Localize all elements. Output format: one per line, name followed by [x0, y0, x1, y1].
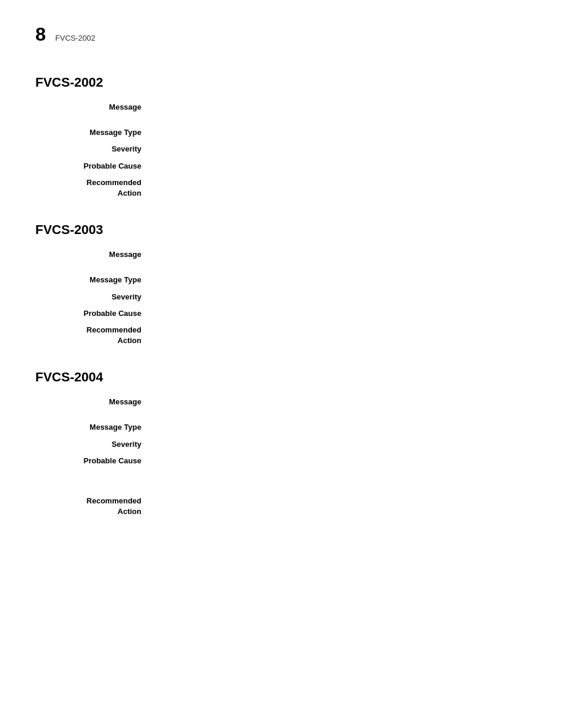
- value-probablecause-2003: [153, 308, 527, 319]
- value-recommendedaction-2003: [153, 325, 527, 346]
- field-row-recommendedaction-2004: RecommendedAction: [35, 496, 527, 517]
- value-probablecause-2002: [153, 161, 527, 172]
- field-row-recommendedaction-2003: RecommendedAction: [35, 325, 527, 346]
- label-message-2002: Message: [35, 102, 153, 113]
- value-messagetype-2002: [153, 127, 527, 138]
- label-recommendedaction-2002: RecommendedAction: [35, 177, 153, 199]
- value-recommendedaction-2004: [153, 496, 527, 517]
- label-probablecause-2003: Probable Cause: [35, 308, 153, 319]
- field-row-recommendedaction-2002: RecommendedAction: [35, 177, 527, 199]
- value-messagetype-2003: [153, 275, 527, 285]
- label-severity-2004: Severity: [35, 439, 153, 450]
- label-message-2004: Message: [35, 397, 153, 407]
- field-row-severity-2003: Severity: [35, 292, 527, 302]
- section-fvcs-2004: FVCS-2004 Message Message Type Severity …: [35, 370, 527, 517]
- section-title-fvcs-2004: FVCS-2004: [35, 370, 527, 385]
- field-row-severity-2004: Severity: [35, 439, 527, 450]
- section-title-fvcs-2002: FVCS-2002: [35, 75, 527, 90]
- label-messagetype-2003: Message Type: [35, 275, 153, 285]
- value-severity-2004: [153, 439, 527, 450]
- field-row-message-2003: Message: [35, 249, 527, 260]
- field-row-probablecause-2002: Probable Cause: [35, 161, 527, 172]
- field-row-messagetype-2002: Message Type: [35, 127, 527, 138]
- section-fvcs-2003: FVCS-2003 Message Message Type Severity …: [35, 222, 527, 346]
- field-row-message-2004: Message: [35, 397, 527, 407]
- label-severity-2003: Severity: [35, 292, 153, 302]
- label-recommendedaction-2004: RecommendedAction: [35, 496, 153, 517]
- page-header: 8 FVCS-2002: [35, 24, 527, 45]
- value-messagetype-2004: [153, 422, 527, 433]
- page-subtitle: FVCS-2002: [55, 34, 95, 42]
- field-row-message-2002: Message: [35, 102, 527, 113]
- label-messagetype-2004: Message Type: [35, 422, 153, 433]
- label-probablecause-2004: Probable Cause: [35, 456, 153, 466]
- value-message-2002: [153, 102, 527, 113]
- label-severity-2002: Severity: [35, 144, 153, 154]
- value-severity-2002: [153, 144, 527, 154]
- label-message-2003: Message: [35, 249, 153, 260]
- value-message-2004: [153, 397, 527, 407]
- section-title-fvcs-2003: FVCS-2003: [35, 222, 527, 238]
- label-messagetype-2002: Message Type: [35, 127, 153, 138]
- label-probablecause-2002: Probable Cause: [35, 161, 153, 172]
- value-message-2003: [153, 249, 527, 260]
- label-recommendedaction-2003: RecommendedAction: [35, 325, 153, 346]
- field-row-messagetype-2003: Message Type: [35, 275, 527, 285]
- value-severity-2003: [153, 292, 527, 302]
- value-recommendedaction-2002: [153, 177, 527, 199]
- page-number: 8: [35, 24, 46, 45]
- field-row-messagetype-2004: Message Type: [35, 422, 527, 433]
- field-row-severity-2002: Severity: [35, 144, 527, 154]
- value-probablecause-2004: [153, 456, 527, 466]
- field-row-probablecause-2004: Probable Cause: [35, 456, 527, 466]
- field-row-probablecause-2003: Probable Cause: [35, 308, 527, 319]
- section-fvcs-2002: FVCS-2002 Message Message Type Severity …: [35, 75, 527, 199]
